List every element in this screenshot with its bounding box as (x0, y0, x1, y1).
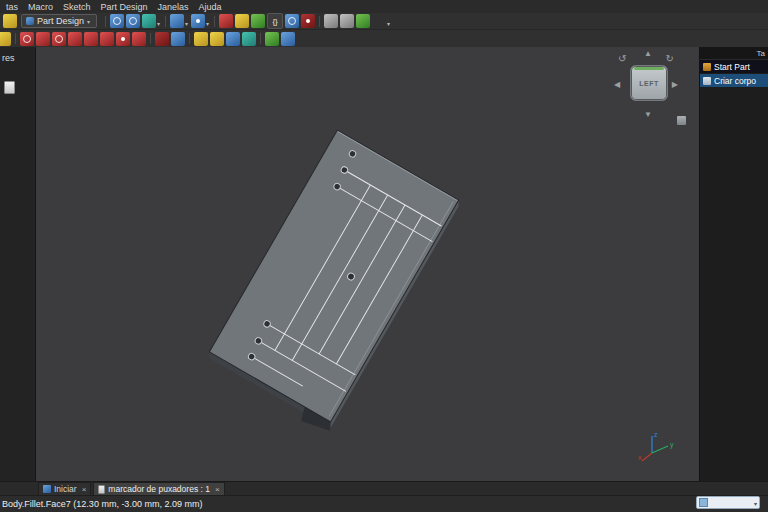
menu-item-janelas[interactable]: Janelas (153, 2, 194, 12)
axis-z-label: z (654, 431, 658, 438)
revolution-icon[interactable] (210, 32, 224, 46)
open-icon[interactable] (3, 14, 17, 28)
toolbar-separator (214, 16, 215, 27)
navcube-face-label: LEFT (639, 80, 659, 87)
axis-indicator: z y x (638, 429, 678, 465)
addon-manager-icon[interactable] (356, 14, 370, 28)
task-panel: Ta Start Part Criar corpo (699, 47, 768, 481)
workbench-selector-value: Part Design (37, 16, 84, 26)
constraint-coincident-icon[interactable] (155, 32, 169, 46)
part-model (36, 47, 700, 481)
toolbar-separator (319, 16, 320, 27)
sketch-ellipse-icon[interactable] (52, 32, 66, 46)
rotate-right-arrow-icon[interactable]: ↻ (666, 55, 674, 63)
menubar: tas Macro Sketch Part Design Janelas Aju… (0, 0, 768, 13)
zoom-selection-icon[interactable] (126, 14, 140, 28)
toolbar-separator (165, 16, 166, 27)
chevron-down-icon: ▾ (754, 500, 757, 507)
navcube-face[interactable]: LEFT (630, 65, 668, 101)
left-panel-title: res (0, 47, 35, 63)
unit-swatch-icon (699, 498, 708, 507)
task-item-label: Criar corpo (714, 76, 756, 86)
menu-item-ferramentas[interactable]: tas (1, 2, 23, 12)
web-browser-icon[interactable] (285, 14, 299, 28)
chevron-down-icon[interactable]: ▾ (387, 20, 390, 27)
sketch-arc-icon[interactable] (36, 32, 50, 46)
draw-style-icon[interactable] (142, 14, 156, 28)
part-box-icon[interactable] (0, 32, 11, 46)
sketch-rectangle-icon[interactable] (100, 32, 114, 46)
statusbar: Body.Fillet.Face7 (12.30 mm, -3.00 mm, 2… (0, 495, 768, 512)
fillet-icon[interactable] (265, 32, 279, 46)
rotate-left-arrow-icon[interactable]: ↺ (618, 55, 626, 63)
external-geometry-icon[interactable] (171, 32, 185, 46)
freecad-window: tas Macro Sketch Part Design Janelas Aju… (0, 0, 768, 512)
mini-cube-icon[interactable] (677, 116, 686, 125)
body-icon (703, 77, 711, 85)
export-icon[interactable] (235, 14, 249, 28)
sketch-polygon-icon[interactable] (132, 32, 146, 46)
navcube-top-edge (634, 67, 664, 70)
nav-left-arrow-icon[interactable]: ◀ (614, 81, 620, 89)
menu-item-macro[interactable]: Macro (23, 2, 58, 12)
refresh-icon[interactable] (251, 14, 265, 28)
tab-marcador-de-puxadores[interactable]: marcador de puxadores : 1 × (93, 482, 224, 495)
users-icon[interactable] (340, 14, 354, 28)
part-transform-icon[interactable] (219, 14, 233, 28)
menu-item-part-design[interactable]: Part Design (96, 2, 153, 12)
navigation-cube[interactable]: ↺ ↻ ▲ ▼ ◀ ▶ LEFT (610, 51, 686, 127)
toolbar-row-1: Part Design ▾ ▾ ▾ ▾ {} ▾ (0, 13, 768, 30)
pocket-icon[interactable] (226, 32, 240, 46)
left-dock-panel: res (0, 47, 36, 481)
start-part-icon (703, 63, 711, 71)
status-message: Body.Fillet.Face7 (12.30 mm, -3.00 mm, 2… (2, 499, 202, 509)
macro-braces-icon[interactable]: {} (267, 13, 283, 29)
document-tab-icon (98, 485, 105, 494)
zoom-fit-icon[interactable] (110, 14, 124, 28)
toolbar-row-2 (0, 30, 768, 48)
3d-viewport[interactable]: ↺ ↻ ▲ ▼ ◀ ▶ LEFT z y x (36, 47, 700, 481)
groove-icon[interactable] (242, 32, 256, 46)
unit-selector[interactable]: ▾ (696, 496, 760, 509)
axis-x-label: x (638, 454, 642, 461)
tab-iniciar[interactable]: Iniciar × (38, 482, 91, 495)
macro-record-icon[interactable] (301, 14, 315, 28)
sketch-circle-icon[interactable] (20, 32, 34, 46)
view-front-icon[interactable] (191, 14, 205, 28)
tab-document-label: marcador de puxadores : 1 (108, 484, 210, 494)
pattern-icon[interactable] (281, 32, 295, 46)
task-group-header[interactable]: Start Part (700, 59, 768, 73)
toolbar-separator (105, 16, 106, 27)
sketch-slot-icon[interactable] (116, 32, 130, 46)
nav-down-arrow-icon[interactable]: ▼ (644, 111, 652, 119)
toolbar-separator (150, 33, 151, 44)
toolbar-separator (260, 33, 261, 44)
pad-icon[interactable] (194, 32, 208, 46)
toolbar-separator (15, 33, 16, 44)
chevron-down-icon[interactable]: ▾ (157, 20, 160, 27)
chevron-down-icon[interactable]: ▾ (185, 20, 188, 27)
chevron-down-icon: ▾ (87, 18, 90, 25)
sketch-line-icon[interactable] (68, 32, 82, 46)
nav-up-arrow-icon[interactable]: ▲ (644, 50, 652, 58)
workbench-icon (26, 17, 34, 25)
close-icon[interactable]: × (215, 485, 220, 494)
menu-item-sketch[interactable]: Sketch (58, 2, 96, 12)
chevron-down-icon[interactable]: ▾ (206, 20, 209, 27)
view-isometric-icon[interactable] (170, 14, 184, 28)
task-item-criar-corpo[interactable]: Criar corpo (700, 74, 768, 87)
close-icon[interactable]: × (82, 485, 87, 494)
start-page-icon (43, 485, 51, 493)
tab-iniciar-label: Iniciar (54, 484, 77, 494)
document-tabbar: Iniciar × marcador de puxadores : 1 × (0, 481, 768, 495)
sketch-polyline-icon[interactable] (84, 32, 98, 46)
user-icon[interactable] (324, 14, 338, 28)
menu-item-ajuda[interactable]: Ajuda (194, 2, 227, 12)
axis-y-label: y (670, 441, 674, 449)
workbench-selector[interactable]: Part Design ▾ (21, 14, 97, 28)
task-group-header-label: Start Part (714, 62, 750, 72)
document-icon (4, 81, 15, 94)
nav-right-arrow-icon[interactable]: ▶ (672, 81, 678, 89)
toolbar-separator (189, 33, 190, 44)
tasks-tab[interactable]: Ta (700, 47, 768, 59)
